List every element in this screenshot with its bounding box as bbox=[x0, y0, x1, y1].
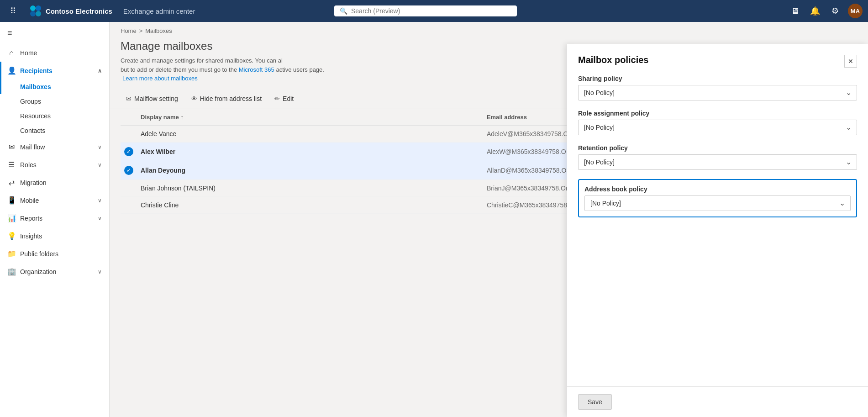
row-checkbox[interactable] bbox=[121, 196, 137, 213]
content-area: Home > Mailboxes Manage mailboxes Create… bbox=[110, 22, 868, 417]
hide-btn-icon: 👁 bbox=[191, 95, 197, 102]
sidebar-item-contacts[interactable]: Contacts bbox=[0, 123, 109, 138]
address-policy-label: Address book policy bbox=[584, 185, 851, 193]
sidebar-sub-label: Mailboxes bbox=[20, 83, 51, 90]
sharing-policy-select-wrapper: [No Policy]Policy 1Policy 2 bbox=[578, 85, 857, 100]
roles-icon: ☰ bbox=[7, 160, 16, 169]
app-grid-icon[interactable]: ⠿ bbox=[5, 4, 20, 18]
sidebar-item-home[interactable]: ⌂ Home bbox=[0, 44, 109, 62]
table-header-displayname[interactable]: Display name ↑ bbox=[137, 109, 483, 126]
close-icon: ✕ bbox=[848, 58, 853, 65]
role-policy-select[interactable]: [No Policy]Policy 1Policy 2 bbox=[578, 120, 857, 135]
chevron-down-icon: ∨ bbox=[98, 197, 102, 204]
sidebar-item-insights[interactable]: 💡 Insights bbox=[0, 227, 109, 245]
address-policy-select[interactable]: [No Policy]Policy 1Policy 2 bbox=[584, 195, 851, 211]
row-checkbox[interactable] bbox=[121, 125, 137, 142]
search-bar[interactable]: 🔍 bbox=[334, 5, 517, 16]
sidebar: ≡ ⌂ Home 👤 Recipients ∧ Mailboxes Groups… bbox=[0, 22, 110, 417]
sidebar-item-label: Insights bbox=[20, 232, 42, 240]
brand-name: Contoso Electronics bbox=[46, 7, 112, 15]
insights-icon: 💡 bbox=[7, 232, 16, 240]
desc-text-1: Create and manage settings for shared ma… bbox=[121, 57, 283, 64]
brand-logo bbox=[29, 5, 42, 17]
search-input[interactable] bbox=[351, 7, 511, 15]
row-checkbox[interactable]: ✓ bbox=[121, 161, 137, 179]
svg-point-2 bbox=[30, 11, 36, 16]
sidebar-item-mobile[interactable]: 📱 Mobile ∨ bbox=[0, 191, 109, 209]
sidebar-item-label: Roles bbox=[20, 161, 37, 169]
row-display-name: Brian Johnson (TAILSPIN) bbox=[137, 179, 483, 196]
address-policy-select-wrapper: [No Policy]Policy 1Policy 2 bbox=[584, 195, 851, 211]
avatar[interactable]: MA bbox=[848, 4, 863, 18]
panel-close-button[interactable]: ✕ bbox=[844, 55, 857, 68]
svg-point-3 bbox=[36, 11, 41, 16]
microsoft365-link[interactable]: Microsoft 365 bbox=[239, 66, 274, 73]
sidebar-item-mailflow[interactable]: ✉ Mail flow ∨ bbox=[0, 138, 109, 156]
panel-header: Mailbox policies ✕ bbox=[567, 44, 868, 75]
chevron-down-icon: ∨ bbox=[98, 162, 102, 168]
svg-point-1 bbox=[36, 5, 41, 11]
desc-text-3: active users bbox=[276, 66, 307, 73]
row-checkbox[interactable]: ✓ bbox=[121, 142, 137, 161]
row-display-name: Allan Deyoung bbox=[137, 161, 483, 179]
publicfolders-icon: 📁 bbox=[7, 249, 16, 258]
settings-icon[interactable]: ⚙ bbox=[828, 4, 842, 18]
retention-policy-select[interactable]: [No Policy]Policy 1Policy 2 bbox=[578, 154, 857, 170]
sidebar-item-roles[interactable]: ☰ Roles ∨ bbox=[0, 156, 109, 174]
sidebar-item-reports[interactable]: 📊 Reports ∨ bbox=[0, 209, 109, 227]
sidebar-item-groups[interactable]: Groups bbox=[0, 94, 109, 109]
sidebar-item-publicfolders[interactable]: 📁 Public folders bbox=[0, 245, 109, 263]
mailflow-setting-button[interactable]: ✉ Mailflow setting bbox=[121, 92, 184, 105]
sidebar-item-label: Organization bbox=[20, 268, 56, 275]
breadcrumb-separator: > bbox=[139, 27, 143, 34]
sharing-policy-group: Sharing policy [No Policy]Policy 1Policy… bbox=[578, 75, 857, 100]
sidebar-item-recipients[interactable]: 👤 Recipients ∧ bbox=[0, 62, 109, 79]
sidebar-item-migration[interactable]: ⇄ Migration bbox=[0, 174, 109, 191]
mobile-icon: 📱 bbox=[7, 196, 16, 205]
panel-footer: Save bbox=[567, 386, 868, 417]
sidebar-item-label: Mail flow bbox=[20, 143, 45, 151]
sidebar-sub-label: Contacts bbox=[20, 127, 45, 134]
table-header-checkbox bbox=[121, 109, 137, 126]
sidebar-sub-label: Groups bbox=[20, 98, 41, 105]
row-checkbox[interactable] bbox=[121, 179, 137, 196]
breadcrumb-home[interactable]: Home bbox=[121, 27, 137, 34]
sidebar-item-mailboxes[interactable]: Mailboxes bbox=[0, 79, 109, 94]
retention-policy-select-wrapper: [No Policy]Policy 1Policy 2 bbox=[578, 154, 857, 170]
chevron-up-icon: ∧ bbox=[98, 68, 102, 74]
role-policy-group: Role assignment policy [No Policy]Policy… bbox=[578, 110, 857, 135]
row-display-name: Christie Cline bbox=[137, 196, 483, 213]
search-icon: 🔍 bbox=[340, 7, 347, 15]
notification-icon[interactable]: 🔔 bbox=[808, 4, 822, 18]
chevron-down-icon: ∨ bbox=[98, 269, 102, 275]
brand: Contoso Electronics bbox=[29, 5, 112, 17]
panel-body: Sharing policy [No Policy]Policy 1Policy… bbox=[567, 75, 868, 386]
address-policy-group: Address book policy [No Policy]Policy 1P… bbox=[578, 179, 857, 217]
sidebar-item-label: Migration bbox=[20, 179, 47, 186]
hide-btn-label: Hide from address list bbox=[200, 95, 262, 102]
desc-text-4: page. bbox=[309, 66, 324, 73]
svg-point-0 bbox=[30, 5, 36, 11]
monitor-icon[interactable]: 🖥 bbox=[788, 4, 802, 18]
sharing-policy-select[interactable]: [No Policy]Policy 1Policy 2 bbox=[578, 85, 857, 100]
desc-text-2: but to add or delete them you must go to… bbox=[121, 66, 237, 73]
edit-button[interactable]: ✏ Edit bbox=[269, 92, 299, 105]
sidebar-item-resources[interactable]: Resources bbox=[0, 109, 109, 123]
sidebar-item-label: Home bbox=[20, 49, 37, 57]
sidebar-toggle[interactable]: ≡ bbox=[0, 22, 109, 44]
save-button[interactable]: Save bbox=[578, 394, 612, 410]
top-nav-actions: 🖥 🔔 ⚙ MA bbox=[788, 4, 863, 18]
home-icon: ⌂ bbox=[7, 49, 16, 57]
edit-btn-icon: ✏ bbox=[274, 95, 280, 102]
migration-icon: ⇄ bbox=[7, 178, 16, 187]
checked-icon: ✓ bbox=[124, 166, 133, 175]
sharing-policy-label: Sharing policy bbox=[578, 75, 857, 82]
sidebar-item-label: Public folders bbox=[20, 250, 58, 258]
role-policy-select-wrapper: [No Policy]Policy 1Policy 2 bbox=[578, 120, 857, 135]
sidebar-item-organization[interactable]: 🏢 Organization ∨ bbox=[0, 263, 109, 280]
retention-policy-group: Retention policy [No Policy]Policy 1Poli… bbox=[578, 144, 857, 170]
hide-address-button[interactable]: 👁 Hide from address list bbox=[185, 92, 267, 105]
mailflow-btn-label: Mailflow setting bbox=[134, 95, 178, 102]
mailflow-btn-icon: ✉ bbox=[126, 95, 132, 102]
learn-more-link[interactable]: Learn more about mailboxes bbox=[122, 75, 198, 82]
